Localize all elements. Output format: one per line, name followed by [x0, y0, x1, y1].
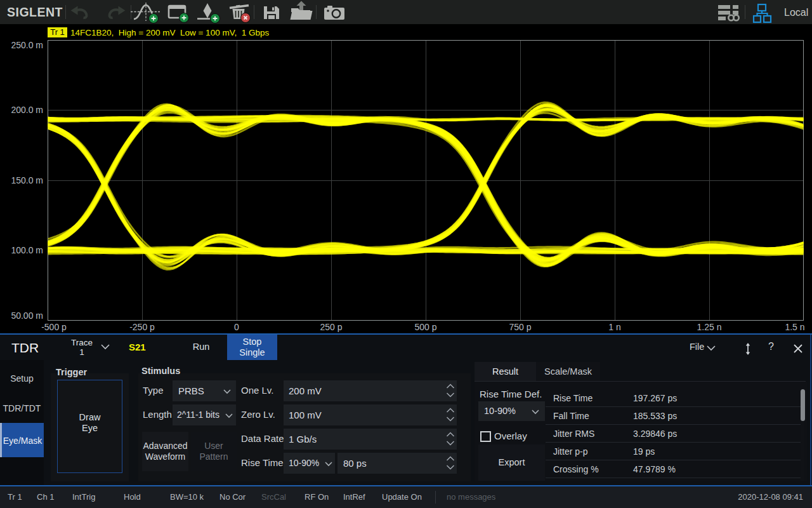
svg-text:50.00 m: 50.00 m [11, 311, 43, 321]
svg-text:1.5 n: 1.5 n [785, 322, 804, 332]
svg-text:1 n: 1 n [608, 322, 620, 332]
svg-text:750 p: 750 p [509, 322, 531, 332]
svg-text:SIGLENT: SIGLENT [7, 5, 63, 19]
svg-text:250.0 m: 250.0 m [11, 40, 43, 50]
svg-text:1.25 n: 1.25 n [697, 322, 722, 332]
svg-text:500 p: 500 p [414, 322, 436, 332]
svg-text:-500 p: -500 p [41, 322, 67, 332]
svg-text:150.0 m: 150.0 m [11, 175, 43, 185]
svg-text:-250 p: -250 p [129, 322, 155, 332]
svg-text:100.0 m: 100.0 m [11, 245, 43, 255]
svg-text:0: 0 [234, 322, 239, 332]
svg-text:200.0 m: 200.0 m [11, 105, 43, 115]
svg-text:Local: Local [784, 7, 808, 18]
svg-text:250 p: 250 p [320, 322, 342, 332]
